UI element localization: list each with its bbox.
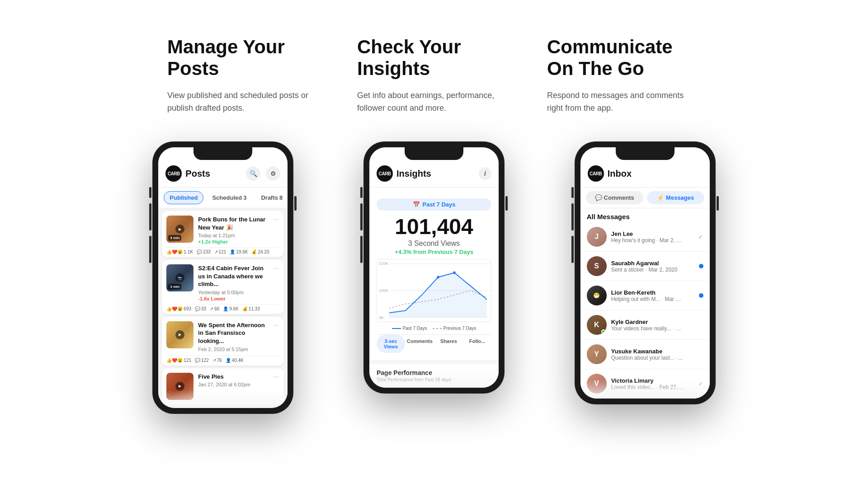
post-2-date: Yesterday at 5:00pm [198, 290, 268, 295]
message-preview-kyle: Your videos have really... · Mar 1, 2020 [611, 325, 684, 332]
post-1-content: Pork Buns for the Lunar New Year 🎉 Today… [198, 216, 268, 244]
message-preview-jen: Hey how's it going · Mar 2, 2020 [611, 237, 684, 244]
power-button [294, 196, 297, 211]
message-name-victoria: Victoria Limary [611, 377, 693, 384]
legend-solid-line [392, 328, 401, 329]
post-1-header: 3 min ▶ Pork Buns for the Lunar New Year… [166, 216, 279, 244]
tab-3sec-views[interactable]: 3-sec Views [377, 335, 405, 353]
avatar-kyle: K [587, 315, 607, 335]
inbox-logo: CARB Inbox [588, 165, 632, 182]
insights-phone-screen: CARB Insights i 📅 Past 7 Days 101,404 3 … [369, 147, 499, 388]
carb-logo-3: CARB [588, 165, 604, 182]
post-1-stats: 👍❤️😮 1.1K 💬 233 ↗ 121 [166, 247, 279, 254]
message-name-kyle: Kyle Gardner [611, 319, 699, 325]
post-1-date: Today at 1:21pm [198, 233, 268, 238]
post-1-earnings: 💰 24.20 [251, 249, 269, 254]
post-item-4[interactable]: ▶ Five Pies Jan 27, 2020 at 6:02pm ··· [162, 368, 284, 405]
post-3-date: Feb 2, 2020 at 5:15pm [198, 347, 268, 352]
tab-published[interactable]: Published [164, 191, 203, 204]
feature-check-insights: Check Your Insights Get info about earni… [339, 36, 529, 115]
post-2-thumbnail: 3 min 📷 [166, 264, 193, 291]
online-indicator-kyle [601, 329, 606, 334]
feature-manage-posts: Manage Your Posts View published and sch… [149, 36, 339, 115]
insights-vol-up [360, 203, 363, 230]
post-4-menu[interactable]: ··· [273, 373, 280, 400]
post-1-menu[interactable]: ··· [273, 216, 280, 244]
message-item-victoria[interactable]: V Victoria Limary Loved this video... · … [580, 369, 710, 399]
posts-list: 3 min ▶ Pork Buns for the Lunar New Year… [158, 211, 288, 405]
tab-comments-inbox[interactable]: 💬 Comments [586, 191, 643, 204]
inbox-phone-screen: CARB Inbox 💬 Comments ⚡ Messages [580, 147, 710, 399]
volume-up-button [149, 203, 151, 230]
post-2-duration: 3 min [168, 284, 181, 290]
post-item-1[interactable]: 3 min ▶ Pork Buns for the Lunar New Year… [162, 211, 284, 257]
tab-shares[interactable]: Shares [434, 335, 463, 353]
chart-legend: Past 7 Days Previous 7 Days [377, 326, 491, 331]
tab-scheduled[interactable]: Scheduled3 [206, 191, 252, 204]
post-3-menu[interactable]: ··· [273, 321, 280, 353]
mute-button [149, 187, 151, 198]
message-content-kyle: Kyle Gardner Your videos have really... … [611, 319, 699, 332]
chart-labels: 210K 105K 0K [379, 259, 388, 322]
post-item-3[interactable]: ▶ We Spent the Afternoon in San Fransisc… [162, 317, 284, 366]
post-2-perf: -1.6x Lower [198, 296, 268, 301]
feature-title-3: Communicate On The Go [547, 36, 701, 80]
insights-power [505, 196, 508, 211]
post-1-reactions: 👍❤️😮 1.1K [166, 249, 193, 254]
svg-point-3 [437, 276, 439, 279]
tab-followers[interactable]: Follo... [463, 335, 491, 353]
message-item-saurabh[interactable]: S Saurabh Agarwal Sent a sticker · Mar 2… [580, 252, 710, 281]
message-item-jen[interactable]: J Jen Lee Hey how's it going · Mar 2, 20… [580, 222, 710, 252]
message-meta-saurabh [699, 264, 703, 268]
message-content-jen: Jen Lee Hey how's it going · Mar 2, 2020 [611, 230, 693, 244]
inbox-mute [571, 187, 574, 198]
info-icon[interactable]: i [479, 167, 491, 180]
filter-icon[interactable]: ⚙ [266, 166, 280, 181]
side-buttons [294, 196, 297, 211]
posts-notch [193, 147, 252, 160]
tab-drafts[interactable]: Drafts8 [255, 191, 288, 204]
insights-body: 📅 Past 7 Days 101,404 3 Second Views +4.… [369, 188, 499, 360]
post-2-reach: 👤 9.6K [223, 306, 239, 311]
feature-desc-2: Get info about earnings, performance, fo… [357, 89, 511, 115]
metric-label: 3 Second Views [377, 239, 491, 248]
feature-title-1: Manage Your Posts [167, 36, 321, 80]
post-3-thumbnail: ▶ [166, 321, 193, 348]
message-item-lior[interactable]: 😷 Lior Ben-Kereth Helping out with M... … [580, 281, 710, 310]
tab-comments[interactable]: Comments [405, 335, 434, 353]
tab-messages-inbox[interactable]: ⚡ Messages [647, 191, 704, 204]
post-4-header: ▶ Five Pies Jan 27, 2020 at 6:02pm ··· [166, 373, 279, 400]
chart-label-mid: 105K [379, 288, 388, 293]
avatar-victoria: V [587, 374, 607, 394]
post-3-comments: 💬 122 [195, 358, 209, 363]
inbox-app-title: Inbox [608, 169, 632, 179]
period-label: Past 7 Days [423, 201, 456, 208]
read-check-jen: ✓ [698, 233, 703, 240]
post-2-comments: 💬 33 [195, 306, 206, 311]
post-4-thumbnail: ▶ [166, 373, 193, 400]
inbox-left-buttons [571, 187, 574, 263]
message-item-kyle[interactable]: K Kyle Gardner Your videos have really..… [580, 310, 710, 340]
message-item-yusuke[interactable]: Y Yusuke Kawanabe Question about your la… [580, 340, 710, 369]
page-perf-sub: Total Performance from Past 28 days [377, 377, 491, 382]
message-name-yusuke: Yusuke Kawanabe [611, 348, 699, 355]
inbox-vol-dn [571, 236, 574, 263]
message-content-yusuke: Yusuke Kawanabe Question about your last… [611, 348, 699, 361]
period-selector[interactable]: 📅 Past 7 Days [377, 198, 491, 211]
page-perf-title: Page Performance [377, 369, 491, 376]
play-icon-4: ▶ [175, 382, 184, 391]
post-item-2[interactable]: 3 min 📷 S2:E4 Cabin Fever Join us in Can… [162, 260, 284, 314]
insights-phone-frame: CARB Insights i 📅 Past 7 Days 101,404 3 … [364, 142, 504, 393]
inbox-vol-up [571, 203, 574, 230]
play-icon-3: ▶ [175, 330, 184, 339]
search-icon[interactable]: 🔍 [246, 166, 260, 181]
message-content-lior: Lior Ben-Kereth Helping out with M... · … [611, 289, 694, 302]
insights-notch [405, 147, 463, 160]
all-messages-label: All Messages [580, 208, 710, 222]
post-2-stats: 👍❤️😮 693 💬 33 ↗ 66 [166, 304, 279, 311]
post-2-menu[interactable]: ··· [273, 264, 280, 301]
play-icon-2: 📷 [175, 273, 184, 282]
read-check-victoria: ✓ [698, 380, 703, 387]
reaction-icons-1: 👍❤️😮 [166, 249, 183, 254]
message-name-jen: Jen Lee [611, 230, 693, 237]
